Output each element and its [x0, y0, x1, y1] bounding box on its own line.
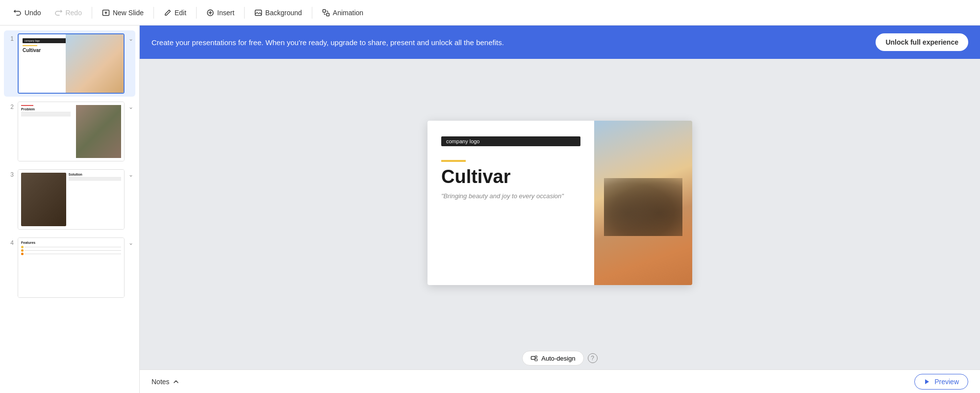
upgrade-banner-text: Create your presentations for free. When…: [151, 38, 504, 47]
play-icon: [924, 378, 930, 385]
slide-chevron-1[interactable]: ⌄: [128, 33, 133, 42]
animation-button[interactable]: Animation: [316, 6, 369, 20]
slide-item-4[interactable]: 4 Features: [4, 235, 135, 301]
toolbar-separator-5: [312, 7, 312, 19]
slide-photo: [594, 121, 692, 285]
svg-rect-4: [327, 13, 329, 16]
thumb-2-img: [76, 105, 121, 158]
redo-button[interactable]: Redo: [49, 6, 87, 20]
slide-title: Cultivar: [441, 167, 580, 187]
slide-frame[interactable]: company logo Cultivar "Bringing beauty a…: [427, 121, 692, 285]
slide-canvas: company logo Cultivar "Bringing beauty a…: [140, 59, 980, 347]
autodesign-bar: Auto-design ?: [140, 347, 980, 369]
svg-point-7: [535, 356, 537, 358]
slide-item-1[interactable]: 1 company logo Cultivar ⌄: [4, 30, 135, 97]
background-icon: [254, 9, 262, 17]
new-slide-button[interactable]: New Slide: [96, 6, 150, 20]
undo-icon: [14, 9, 22, 17]
slide-chevron-3[interactable]: ⌄: [128, 169, 133, 178]
edit-button[interactable]: Edit: [158, 6, 192, 20]
slide-yellow-accent: [441, 160, 466, 162]
slide-left-content: company logo Cultivar "Bringing beauty a…: [427, 121, 594, 285]
slide-item-2[interactable]: 2 Problem: [4, 99, 135, 165]
thumb-2-heading: Problem: [21, 107, 76, 111]
autodesign-button[interactable]: Auto-design: [522, 351, 583, 366]
svg-marker-8: [925, 379, 929, 384]
slide-thumb-1: company logo Cultivar: [18, 33, 125, 94]
notes-toggle-button[interactable]: Notes: [151, 378, 179, 386]
animation-icon: [322, 9, 330, 17]
slide-chevron-2[interactable]: ⌄: [128, 102, 133, 110]
edit-icon: [164, 9, 172, 17]
upgrade-banner: Create your presentations for free. When…: [140, 26, 980, 59]
svg-rect-6: [535, 359, 537, 361]
toolbar-separator-4: [244, 7, 245, 19]
thumb-2-red: [21, 105, 33, 106]
toolbar: Undo Redo New Slide Edit Insert Backgrou…: [0, 0, 980, 26]
slide-number-1: 1: [6, 33, 14, 42]
notes-bar: Notes Preview: [140, 369, 980, 393]
undo-button[interactable]: Undo: [8, 6, 47, 20]
thumb-img-1: [66, 34, 124, 93]
slide-company-logo: company logo: [441, 136, 580, 146]
autodesign-icon: [530, 354, 538, 362]
main-area: 1 company logo Cultivar ⌄ 2: [0, 26, 980, 393]
slide-thumb-2: Problem: [18, 102, 125, 162]
help-icon[interactable]: ?: [588, 353, 598, 363]
unlock-button[interactable]: Unlock full experience: [876, 33, 968, 51]
redo-icon: [54, 9, 62, 17]
slide-photo-area: [594, 121, 692, 285]
slide-thumb-4: Features: [18, 237, 125, 298]
svg-rect-2: [255, 10, 262, 15]
new-slide-icon: [102, 9, 110, 17]
slide-thumb-3: Solution: [18, 169, 125, 230]
svg-rect-5: [531, 357, 535, 360]
slide-panel: 1 company logo Cultivar ⌄ 2: [0, 26, 140, 393]
slide-number-2: 2: [6, 102, 14, 110]
svg-rect-3: [323, 9, 326, 12]
toolbar-separator-2: [153, 7, 154, 19]
slide-chevron-4[interactable]: ⌄: [128, 237, 133, 246]
background-button[interactable]: Background: [249, 6, 308, 20]
chevron-up-icon: [173, 378, 179, 385]
toolbar-separator: [92, 7, 92, 19]
insert-icon: [206, 9, 214, 17]
slide-number-3: 3: [6, 169, 14, 178]
slide-item-3[interactable]: 3 Solution ⌄: [4, 166, 135, 233]
canvas-area: Create your presentations for free. When…: [140, 26, 980, 393]
thumb-3-heading: Solution: [69, 173, 121, 176]
preview-button[interactable]: Preview: [914, 374, 968, 390]
slide-subtitle: "Bringing beauty and joy to every occasi…: [441, 192, 580, 200]
insert-button[interactable]: Insert: [201, 6, 240, 20]
toolbar-separator-3: [196, 7, 197, 19]
thumb-4-heading: Features: [21, 241, 121, 244]
thumb-yellow-bar-1: [23, 45, 37, 46]
slide-number-4: 4: [6, 237, 14, 246]
